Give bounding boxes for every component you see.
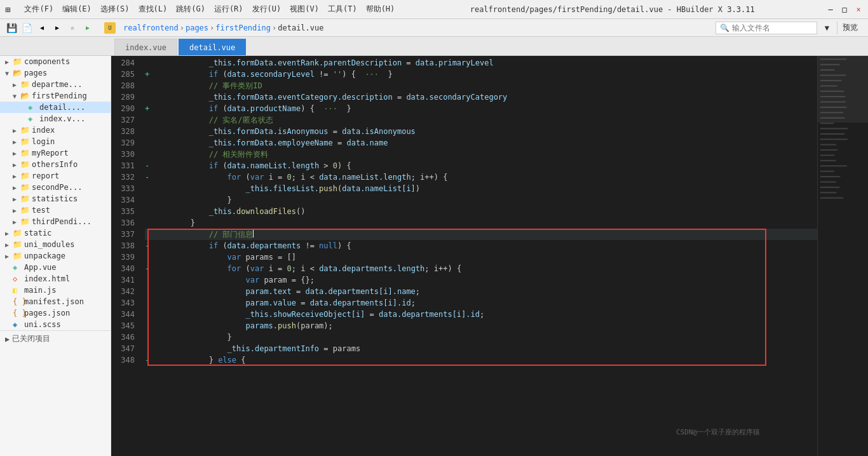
menu-tools[interactable]: 工具(T) (324, 3, 361, 16)
code-token (154, 263, 227, 274)
menu-edit[interactable]: 编辑(E) (58, 3, 95, 16)
code-token: () (296, 206, 305, 217)
sidebar-label: thirdPendi... (32, 217, 92, 226)
sidebar-label: firstPending (32, 91, 87, 100)
maximize-button[interactable]: □ (840, 5, 849, 14)
sidebar-item-login[interactable]: ▶ 📁 login (0, 136, 111, 147)
new-file-btn[interactable]: 📄 (20, 22, 33, 34)
code-token: _this. (154, 206, 236, 217)
code-line: _this.showReceiveObject[i] = data.depart… (145, 309, 817, 320)
code-token: ( (218, 69, 227, 80)
code-token: data.nameList.length (227, 160, 320, 171)
sidebar-label: detail.... (39, 103, 85, 112)
line-number: 347 (111, 343, 135, 354)
sidebar-item-thirdpendi[interactable]: ▶ 📁 thirdPendi... (0, 216, 111, 227)
filter-button[interactable]: ▼ (820, 22, 834, 34)
code-token: null (319, 240, 337, 251)
sidebar-item-statistics[interactable]: ▶ 📁 statistics (0, 193, 111, 205)
code-token: param = {}; (259, 274, 315, 286)
sidebar-item-pages-json[interactable]: { } pages.json (0, 307, 111, 319)
sidebar-item-firstpending[interactable]: ▼ 📂 firstPending (0, 90, 111, 102)
sidebar-item-main-js[interactable]: ◧ main.js (0, 285, 111, 296)
sidebar-label: othersInfo (32, 160, 78, 169)
sidebar-label: pages (24, 69, 47, 77)
save-toolbar-btn[interactable]: 💾 (5, 22, 18, 34)
sidebar-label: static (24, 229, 51, 238)
tab-detail-vue[interactable]: detail.vue (179, 39, 246, 55)
file-search-box[interactable]: 🔍 (715, 22, 817, 34)
menu-file[interactable]: 文件(F) (20, 3, 57, 16)
sidebar-item-pages[interactable]: ▼ 📂 pages (0, 67, 111, 79)
tab-bar: index.vue detail.vue (0, 37, 868, 56)
code-editor[interactable]: 2842852882892903273283293303313323333343… (111, 56, 817, 456)
sidebar-label: App.vue (24, 263, 57, 272)
sidebar-item-unpackage[interactable]: ▶ 📁 unpackage (0, 250, 111, 262)
back-btn[interactable]: ◀ (36, 22, 48, 34)
menu-publish[interactable]: 发行(U) (248, 3, 285, 16)
sidebar-item-test[interactable]: ▶ 📁 test (0, 205, 111, 216)
expand-arrow: ▶ (13, 173, 20, 180)
code-token (154, 297, 246, 309)
sidebar-item-static[interactable]: ▶ 📁 static (0, 227, 111, 239)
line-number: 340 (111, 263, 135, 274)
bookmark-btn[interactable]: ☆ (66, 22, 79, 34)
code-token: = (365, 309, 379, 320)
closed-projects-section[interactable]: ▶ 已关闭项目 (0, 330, 111, 347)
line-number: 342 (111, 286, 135, 297)
code-token: downloadFiles (236, 206, 296, 217)
expand-arrow: ▶ (13, 161, 20, 168)
sidebar-item-report[interactable]: ▶ 📁 report (0, 170, 111, 182)
code-content[interactable]: _this.formData.eventRank.parentDescripti… (140, 56, 817, 456)
sidebar-item-index[interactable]: ▶ 📁 index (0, 124, 111, 136)
sidebar-item-departme[interactable]: ▶ 📁 departme... (0, 79, 111, 90)
code-token: data.secondaryCategory (406, 91, 507, 103)
sidebar-item-myreport[interactable]: ▶ 📁 myReport (0, 147, 111, 159)
sidebar-item-manifest-json[interactable]: { } manifest.json (0, 296, 111, 307)
menu-jump[interactable]: 跳转(G) (172, 3, 209, 16)
tab-index-vue[interactable]: index.vue (114, 39, 177, 55)
code-line: _this.formData.eventCategory.description… (145, 91, 817, 103)
menu-find[interactable]: 查找(L) (135, 3, 172, 16)
code-token: var (250, 171, 264, 183)
preview-button[interactable]: 预览 (837, 21, 863, 34)
bc-pages[interactable]: pages (186, 23, 208, 32)
sidebar-label: manifest.json (24, 297, 84, 306)
code-token: _this.showReceiveObject[i] (246, 309, 365, 320)
line-number: 337 (111, 229, 135, 240)
close-button[interactable]: × (854, 5, 863, 14)
file-search-input[interactable] (732, 23, 808, 32)
sidebar-item-detail-vue[interactable]: ◈ detail.... (0, 102, 111, 113)
code-token: = (329, 126, 342, 137)
code-token: } (337, 103, 351, 114)
sidebar-item-app-vue[interactable]: ◈ App.vue (0, 262, 111, 273)
line-number: 348 (111, 354, 135, 366)
folder-icon: 📁 (20, 137, 31, 146)
bc-realfrontend[interactable]: realfrontend (123, 23, 179, 32)
code-token: data.nameList[i] (342, 183, 416, 194)
minimize-button[interactable]: — (826, 5, 835, 14)
sidebar-label: test (32, 206, 50, 215)
menu-select[interactable]: 选择(S) (97, 3, 133, 16)
sidebar-item-othersinfo[interactable]: ▶ 📁 othersInfo (0, 159, 111, 170)
sidebar-item-uni-scss[interactable]: ◈ uni.scss (0, 319, 111, 330)
bc-firstpending[interactable]: firstPending (215, 23, 271, 32)
forward-btn[interactable]: ▶ (51, 22, 64, 34)
menu-run[interactable]: 运行(R) (210, 3, 247, 16)
sidebar-item-index-html[interactable]: ◇ index.html (0, 273, 111, 285)
sidebar-item-uni-modules[interactable]: ▶ 📁 uni_modules (0, 239, 111, 250)
sidebar-label: myReport (32, 149, 69, 158)
code-token: ( (337, 183, 342, 194)
sidebar-item-components[interactable]: ▶ 📁 components (0, 56, 111, 67)
sidebar-item-secondpe[interactable]: ▶ 📁 secondPe... (0, 182, 111, 193)
expand-arrow: ▶ (5, 241, 13, 248)
menu-view[interactable]: 视图(V) (286, 3, 323, 16)
code-token: ( (241, 263, 250, 274)
menu-help[interactable]: 帮助(H) (362, 3, 399, 16)
code-token: _this.formData.eventCategory.description (154, 91, 393, 103)
run-btn[interactable]: ▶ (81, 22, 94, 34)
sidebar-item-index-vue[interactable]: ◈ index.v... (0, 113, 111, 124)
sidebar: ▶ 📁 components ▼ 📂 pages ▶ 📁 departme...… (0, 56, 111, 456)
line-number: 345 (111, 320, 135, 332)
code-line: - } else { (145, 354, 817, 366)
code-line: // 事件类别ID (145, 80, 817, 91)
